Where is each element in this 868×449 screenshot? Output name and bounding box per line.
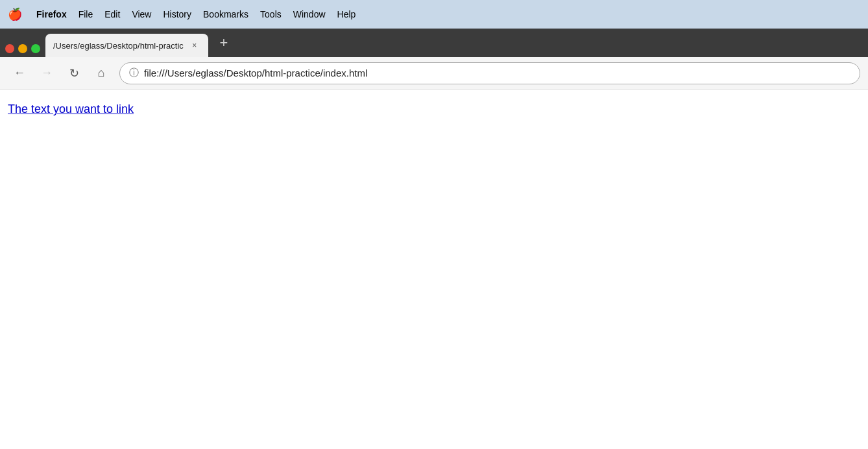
tab-title: /Users/eglass/Desktop/html-practic <box>53 41 184 51</box>
home-button[interactable]: ⌂ <box>90 62 113 85</box>
back-button[interactable]: ← <box>8 62 31 85</box>
forward-button[interactable]: → <box>35 62 58 85</box>
menu-item-help[interactable]: Help <box>337 9 356 19</box>
maximize-window-button[interactable] <box>31 44 40 53</box>
menu-item-history[interactable]: History <box>163 9 191 19</box>
menu-item-tools[interactable]: Tools <box>260 9 282 19</box>
menu-item-file[interactable]: File <box>78 9 93 19</box>
menu-item-view[interactable]: View <box>132 9 151 19</box>
menu-item-window[interactable]: Window <box>293 9 326 19</box>
nav-bar: ← → ↻ ⌂ ⓘ file:///Users/eglass/Desktop/h… <box>0 57 868 90</box>
menu-item-edit[interactable]: Edit <box>104 9 120 19</box>
close-window-button[interactable] <box>5 44 14 53</box>
reload-button[interactable]: ↻ <box>62 62 86 85</box>
page-content: The text you want to link <box>0 90 868 129</box>
info-icon: ⓘ <box>129 67 139 79</box>
browser-tab[interactable]: /Users/eglass/Desktop/html-practic × <box>45 34 208 57</box>
address-bar[interactable]: ⓘ file:///Users/eglass/Desktop/html-prac… <box>119 62 860 84</box>
apple-logo-icon[interactable]: 🍎 <box>8 7 22 21</box>
tab-bar: /Users/eglass/Desktop/html-practic × + <box>0 29 868 57</box>
tab-close-button[interactable]: × <box>189 40 200 51</box>
page-link[interactable]: The text you want to link <box>8 103 134 115</box>
menu-item-firefox[interactable]: Firefox <box>36 9 67 19</box>
new-tab-button[interactable]: + <box>212 31 235 55</box>
address-text: file:///Users/eglass/Desktop/html-practi… <box>144 67 367 79</box>
menu-item-bookmarks[interactable]: Bookmarks <box>203 9 248 19</box>
menu-bar: 🍎 Firefox File Edit View History Bookmar… <box>0 0 868 29</box>
minimize-window-button[interactable] <box>18 44 27 53</box>
